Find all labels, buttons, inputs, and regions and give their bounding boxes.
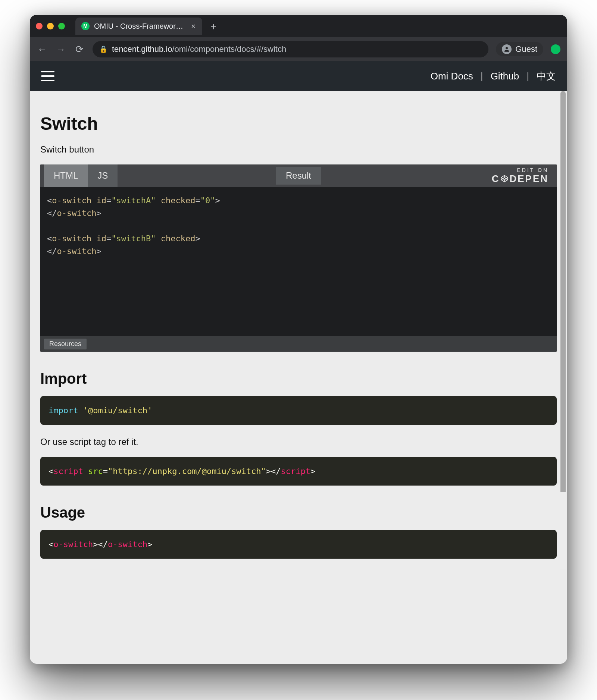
codepen-result-button[interactable]: Result [276, 167, 321, 185]
codepen-brand: C DEPEN [492, 173, 548, 185]
nav-back-button[interactable]: ← [37, 44, 48, 55]
section-heading-usage: Usage [40, 504, 557, 521]
codepen-edit-link[interactable]: EDIT ON C DEPEN [492, 167, 557, 185]
code-block-usage: <o-switch></o-switch> [40, 530, 557, 559]
tab-close-icon[interactable]: × [190, 22, 196, 31]
window-minimize-button[interactable] [47, 23, 54, 29]
site-header: Omi Docs | Github | 中文 [30, 61, 567, 91]
window-maximize-button[interactable] [58, 23, 65, 29]
section-heading-import: Import [40, 370, 557, 387]
profile-label: Guest [515, 44, 537, 54]
page-title: Switch [40, 113, 557, 134]
codepen-embed: HTML JS Result EDIT ON C [40, 164, 557, 352]
site-nav: Omi Docs | Github | 中文 [431, 70, 556, 83]
nav-forward-button: → [55, 44, 66, 55]
page-subtitle: Switch button [40, 144, 557, 155]
nav-reload-button[interactable]: ⟳ [74, 44, 85, 55]
page-viewport: Omi Docs | Github | 中文 Switch Switch but… [30, 61, 567, 664]
nav-separator: | [526, 70, 529, 82]
codepen-resources-button[interactable]: Resources [44, 339, 87, 349]
nav-link-omi-docs[interactable]: Omi Docs [431, 70, 473, 82]
browser-tab[interactable]: M OMIU - Cross-Frameworks UI F × [75, 18, 202, 35]
lock-icon: 🔒 [99, 45, 107, 53]
import-note: Or use script tag to ref it. [40, 437, 557, 447]
avatar-icon [502, 44, 512, 54]
codepen-code-area: <o-switch id="switchA" checked="0"> </o-… [40, 187, 557, 336]
codepen-logo-icon [500, 175, 509, 183]
tab-title: OMIU - Cross-Frameworks UI F [94, 22, 186, 31]
doc-content: Switch Switch button HTML JS Result EDIT… [30, 91, 567, 593]
nav-link-chinese[interactable]: 中文 [537, 70, 556, 83]
menu-icon[interactable] [41, 71, 54, 81]
svg-point-0 [506, 47, 508, 49]
browser-window: M OMIU - Cross-Frameworks UI F × ＋ ← → ⟳… [30, 15, 567, 664]
nav-link-github[interactable]: Github [491, 70, 519, 82]
browser-toolbar: ← → ⟳ 🔒 tencent.github.io/omi/components… [30, 37, 567, 61]
url-text: tencent.github.io/omi/components/docs/#/… [112, 44, 286, 54]
extension-icon[interactable] [551, 44, 560, 54]
url-bar[interactable]: 🔒 tencent.github.io/omi/components/docs/… [93, 41, 488, 57]
browser-tabstrip: M OMIU - Cross-Frameworks UI F × ＋ [30, 15, 567, 37]
window-close-button[interactable] [36, 23, 43, 29]
codepen-tab-js[interactable]: JS [88, 164, 118, 187]
tab-favicon-icon: M [81, 22, 90, 30]
codepen-edit-on-label: EDIT ON [492, 167, 548, 173]
code-block-import: import '@omiu/switch' [40, 396, 557, 425]
codepen-toolbar: HTML JS Result EDIT ON C [40, 164, 557, 187]
code-block-script-tag: <script src="https://unpkg.com/@omiu/swi… [40, 457, 557, 486]
window-controls [36, 23, 65, 29]
nav-separator: | [481, 70, 483, 82]
codepen-footer: Resources [40, 336, 557, 352]
new-tab-button[interactable]: ＋ [207, 20, 219, 32]
profile-button[interactable]: Guest [496, 42, 543, 56]
codepen-tab-html[interactable]: HTML [44, 164, 88, 187]
